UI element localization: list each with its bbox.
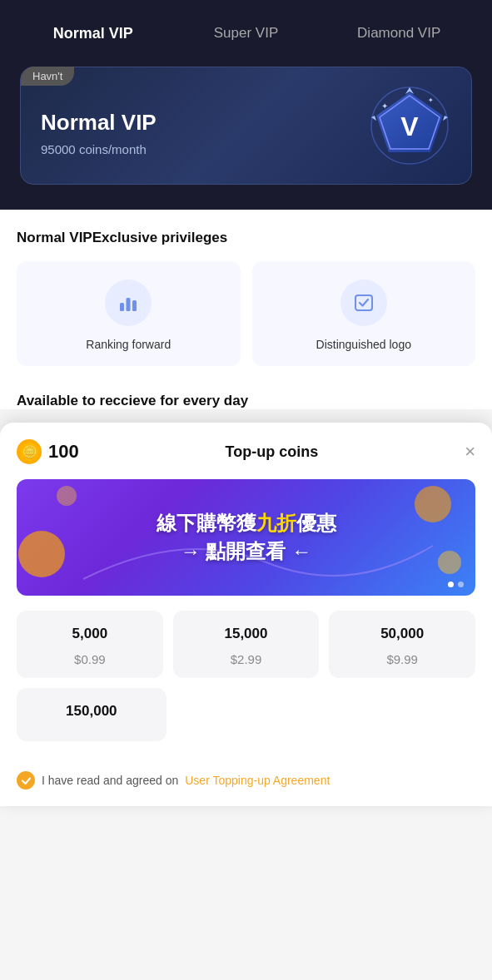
top-navigation: Normal VIP Super VIP Diamond VIP	[0, 0, 492, 67]
topup-card: 🪙 100 Top-up coins × 線下購幣獲九折優惠 → 點開查看 ←	[0, 423, 492, 806]
nav-item-super-vip[interactable]: Super VIP	[170, 8, 323, 58]
promo-banner[interactable]: 線下購幣獲九折優惠 → 點開查看 ←	[17, 479, 475, 596]
package-card-15000[interactable]: 15,000 $2.99	[173, 611, 320, 678]
vip-card-container: Havn't Normal VIP 95000 coins/month V	[0, 67, 492, 210]
vip-logo: V ✦ ✦	[368, 84, 451, 167]
svg-text:✦: ✦	[381, 101, 388, 111]
agreement-link[interactable]: User Topping-up Agreement	[185, 774, 330, 787]
svg-rect-11	[132, 300, 137, 311]
close-button[interactable]: ×	[465, 441, 475, 463]
package-coins-50000: 50,000	[380, 626, 424, 642]
vip-card-info: Normal VIP 95000 coins/month	[41, 110, 157, 156]
logo-icon	[340, 280, 387, 326]
logo-label: Distinguished logo	[316, 338, 411, 351]
vip-card-title: Normal VIP	[41, 110, 157, 136]
coin-icon: 🪙	[17, 439, 42, 464]
package-coins-150000: 150,000	[66, 703, 117, 720]
banner-dot-1	[448, 582, 454, 587]
banner-line1: 線下購幣獲九折優惠	[157, 509, 336, 537]
topup-header: 🪙 100 Top-up coins ×	[17, 439, 475, 464]
content-area: Normal VIPExclusive privileges Ranking f…	[0, 210, 492, 409]
package-card-50000[interactable]: 50,000 $9.99	[329, 611, 475, 678]
svg-rect-12	[355, 295, 372, 310]
nav-item-normal-vip[interactable]: Normal VIP	[17, 8, 170, 59]
package-card-150000[interactable]: 150,000	[17, 688, 166, 741]
svg-point-16	[57, 486, 77, 506]
package-coins-5000: 5,000	[72, 626, 108, 642]
topup-title: Top-up coins	[96, 443, 448, 461]
privilege-grid: Ranking forward Distinguished logo	[17, 261, 475, 366]
banner-dots	[448, 582, 464, 587]
package-price-50000: $9.99	[386, 652, 418, 666]
svg-rect-10	[127, 298, 131, 311]
svg-text:✦: ✦	[428, 97, 434, 104]
vip-badge: Havn't	[21, 67, 74, 86]
package-price-5000: $0.99	[74, 652, 106, 666]
available-section-title: Available to reccieve for every day	[17, 389, 475, 409]
agreement-text: I have read and agreed on	[42, 774, 178, 787]
package-card-5000[interactable]: 5,000 $0.99	[17, 611, 163, 678]
banner-dot-2	[458, 582, 464, 587]
svg-point-13	[18, 531, 65, 577]
package-coins-15000: 15,000	[224, 626, 267, 642]
nav-item-diamond-vip[interactable]: Diamond VIP	[322, 8, 475, 58]
package-price-15000: $2.99	[231, 652, 262, 666]
svg-point-14	[415, 486, 451, 522]
privilege-card-ranking: Ranking forward	[17, 261, 241, 366]
svg-point-15	[438, 551, 461, 574]
vip-card-subtitle: 95000 coins/month	[41, 142, 157, 156]
privilege-card-logo: Distinguished logo	[252, 261, 476, 366]
banner-line2: → 點開查看 ←	[157, 537, 336, 566]
agree-checkbox[interactable]	[17, 771, 35, 789]
packages-grid: 5,000 $0.99 15,000 $2.99 50,000 $9.99	[17, 611, 475, 678]
vip-card: Havn't Normal VIP 95000 coins/month V	[20, 67, 472, 185]
svg-text:V: V	[400, 111, 419, 141]
agreement-row: I have read and agreed on User Topping-u…	[17, 756, 475, 806]
coin-display-amount: 100	[48, 441, 79, 463]
ranking-icon	[105, 280, 152, 326]
svg-rect-9	[120, 303, 124, 311]
privileges-section-title: Normal VIPExclusive privileges	[17, 230, 475, 246]
ranking-label: Ranking forward	[86, 338, 171, 351]
